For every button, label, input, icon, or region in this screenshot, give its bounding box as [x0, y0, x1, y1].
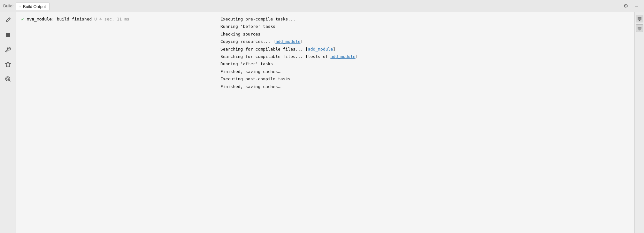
output-link[interactable]: add_module [330, 54, 355, 59]
wrench-icon[interactable] [3, 45, 13, 54]
output-line: Finished, saving caches… [220, 83, 628, 90]
title-bar: Build: × Build Output ⚙ – [0, 0, 644, 12]
eye-search-icon[interactable] [3, 74, 13, 84]
output-link[interactable]: add_module [275, 39, 300, 44]
build-list-panel: ✓ mvn_module: build finished U 4 sec, 11… [16, 12, 214, 233]
stop-icon[interactable] [3, 30, 13, 40]
pin-icon[interactable] [3, 60, 13, 69]
settings-button[interactable]: ⚙ [622, 2, 630, 10]
output-line: Running 'before' tasks [220, 23, 628, 30]
scroll-down-button[interactable] [636, 24, 643, 32]
hammer-icon[interactable] [3, 15, 13, 25]
minimize-button[interactable]: – [632, 2, 641, 10]
main-area: ✓ mvn_module: build finished U 4 sec, 11… [0, 12, 644, 233]
output-line: Running 'after' tasks [220, 60, 628, 68]
left-sidebar [0, 12, 16, 233]
output-line: Searching for compilable files... [tests… [220, 53, 628, 60]
svg-point-2 [6, 78, 9, 80]
tab-close-icon[interactable]: × [19, 5, 21, 8]
output-line: Copying resources... [add_module] [220, 38, 628, 45]
output-line: Finished, saving caches… [220, 68, 628, 75]
build-item: ✓ mvn_module: build finished U 4 sec, 11… [21, 16, 209, 22]
output-line: Checking sources [220, 30, 628, 38]
build-time: U 4 sec, 11 ms [94, 17, 129, 21]
scroll-to-end-button[interactable] [636, 15, 643, 22]
output-line: Executing pre-compile tasks... [220, 15, 628, 23]
svg-rect-0 [6, 33, 10, 37]
output-line: Searching for compilable files... [add_m… [220, 45, 628, 53]
output-line: Executing post-compile tasks... [220, 75, 628, 83]
title-bar-actions: ⚙ – [622, 2, 641, 10]
tab-title: Build Output [23, 4, 46, 9]
build-status: build finished [57, 17, 92, 21]
output-link[interactable]: add_module [308, 47, 333, 52]
module-name: mvn_module: [27, 17, 54, 21]
svg-point-1 [5, 77, 10, 81]
check-icon: ✓ [21, 16, 24, 22]
output-panel: Executing pre-compile tasks...Running 'b… [214, 12, 634, 233]
build-output-tab[interactable]: × Build Output [16, 3, 50, 10]
right-sidebar [634, 12, 644, 233]
build-label: Build: [3, 4, 14, 8]
